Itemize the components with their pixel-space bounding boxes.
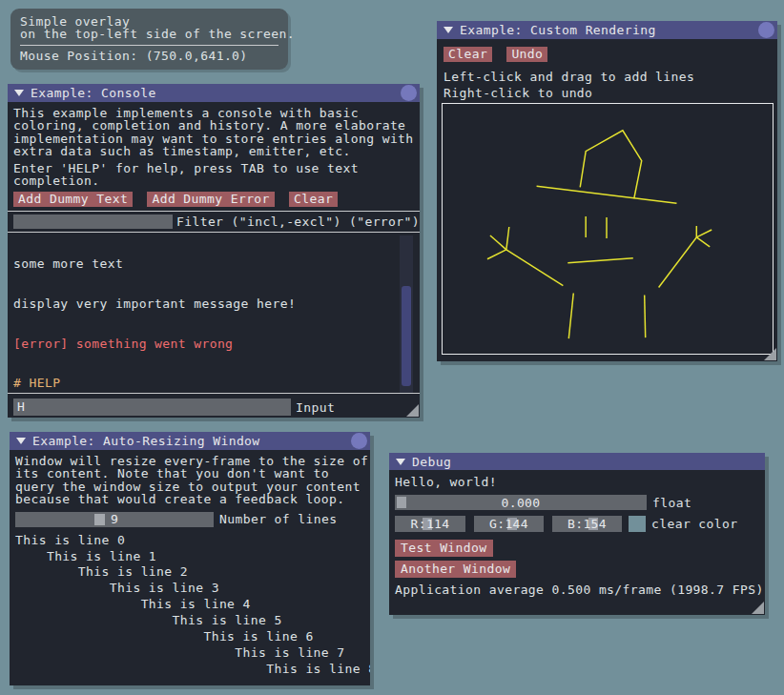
number-of-lines-slider[interactable]: 9 — [15, 512, 214, 527]
close-icon[interactable] — [351, 433, 367, 449]
color-drag-b[interactable]: B:154 — [552, 516, 622, 532]
clear-color-label: clear color — [651, 517, 738, 531]
add-dummy-text-button[interactable]: Add Dummy Text — [13, 192, 133, 207]
color-drag-b-value: B:154 — [552, 516, 622, 532]
custom-rendering-button-row: Clear Undo — [437, 39, 777, 62]
color-drag-r[interactable]: R:114 — [395, 516, 465, 532]
resize-grip[interactable] — [764, 348, 776, 360]
window-custom-rendering: Example: Custom Rendering Clear Undo Lef… — [437, 21, 777, 361]
another-window-button[interactable]: Another Window — [395, 561, 516, 578]
color-drag-r-value: R:114 — [395, 516, 465, 532]
collapse-arrow-icon[interactable] — [14, 90, 24, 96]
custom-rendering-titlebar[interactable]: Example: Custom Rendering — [437, 21, 777, 39]
clear-button[interactable]: Clear — [289, 192, 338, 207]
debug-titlebar[interactable]: Debug — [389, 453, 765, 470]
filter-label: Filter ("incl,-excl") ("error") — [176, 215, 420, 229]
fps-stats-text: Application average 0.500 ms/frame (1998… — [395, 583, 759, 596]
overlay-separator — [20, 45, 279, 46]
custom-rendering-window-title: Example: Custom Rendering — [460, 23, 656, 37]
console-help-text: Enter 'HELP' for help, press TAB to use … — [13, 162, 414, 188]
console-titlebar[interactable]: Example: Console — [8, 84, 420, 102]
number-of-lines-row: 9 Number of lines — [15, 512, 364, 527]
close-icon[interactable] — [758, 22, 774, 38]
resize-grip[interactable] — [406, 404, 419, 417]
slider-value: 9 — [15, 512, 214, 527]
custom-rendering-hint1: Left-click and drag to add lines — [444, 71, 777, 83]
auto-resizing-titlebar[interactable]: Example: Auto-Resizing Window — [10, 432, 370, 450]
window-debug: Debug Hello, world! 0.000 float R:114 G:… — [389, 453, 765, 615]
console-intro-text: This example implements a console with b… — [13, 107, 414, 158]
console-log-lines: some more text display very important me… — [8, 235, 420, 393]
hello-world-text: Hello, world! — [395, 476, 759, 488]
console-log-line: some more text — [13, 257, 420, 271]
float-slider-label: float — [652, 496, 691, 510]
collapse-arrow-icon[interactable] — [396, 459, 405, 465]
console-log-region[interactable]: some more text display very important me… — [8, 235, 420, 393]
console-button-row: Add Dummy Text Add Dummy Error Clear — [13, 192, 414, 207]
console-log-line: display very important message here! — [13, 297, 420, 311]
collapse-arrow-icon[interactable] — [444, 27, 453, 33]
console-input-row: H Input — [13, 399, 420, 416]
console-filter-row: Filter ("incl,-excl") ("error") — [13, 215, 420, 229]
number-of-lines-label: Number of lines — [219, 512, 337, 526]
mouse-position-text: Mouse Position: (750.0,641.0) — [20, 50, 279, 62]
separator — [8, 232, 420, 233]
close-icon[interactable] — [401, 85, 417, 101]
auto-resizing-window-title: Example: Auto-Resizing Window — [32, 434, 260, 448]
window-console: Example: Console This example implements… — [8, 84, 420, 418]
command-input[interactable]: H — [13, 399, 291, 416]
separator — [8, 211, 420, 212]
console-window-title: Example: Console — [31, 86, 156, 100]
overlay-text-line1: Simple overlay — [20, 15, 279, 28]
desktop: Simple overlay on the top-left side of t… — [0, 0, 784, 695]
separator — [8, 393, 420, 394]
float-slider-row: 0.000 float — [395, 495, 759, 510]
color-drag-g-value: G:144 — [474, 516, 544, 532]
float-slider[interactable]: 0.000 — [395, 495, 647, 510]
clear-color-swatch[interactable] — [629, 516, 646, 532]
filter-input[interactable] — [13, 215, 173, 229]
custom-rendering-hint2: Right-click to undo — [444, 87, 777, 99]
scrollbar[interactable] — [400, 235, 413, 393]
drawing-canvas[interactable] — [442, 103, 774, 355]
simple-overlay: Simple overlay on the top-left side of t… — [10, 9, 288, 70]
undo-button[interactable]: Undo — [506, 47, 547, 62]
resize-grip[interactable] — [752, 602, 764, 614]
test-window-button[interactable]: Test Window — [395, 540, 493, 557]
console-log-line: [error] something went wrong — [13, 337, 420, 351]
debug-window-title: Debug — [412, 455, 451, 469]
command-input-label: Input — [296, 400, 335, 415]
clear-button[interactable]: Clear — [444, 47, 492, 62]
add-dummy-error-button[interactable]: Add Dummy Error — [147, 192, 274, 207]
clear-color-row: R:114 G:144 B:154 clear color — [395, 516, 759, 532]
overlay-text-line2: on the top-left side of the screen. — [20, 28, 279, 40]
collapse-arrow-icon[interactable] — [16, 438, 26, 444]
auto-resizing-body-text: Window will resize every-frame to the si… — [15, 455, 364, 506]
color-drag-g[interactable]: G:144 — [474, 516, 544, 532]
window-auto-resizing: Example: Auto-Resizing Window Window wil… — [10, 432, 370, 685]
scrollbar-thumb[interactable] — [402, 286, 411, 386]
auto-resizing-lines: This is line 0 This is line 1 This is li… — [15, 533, 364, 678]
float-slider-value: 0.000 — [395, 495, 647, 510]
console-log-line: # HELP — [13, 377, 420, 390]
